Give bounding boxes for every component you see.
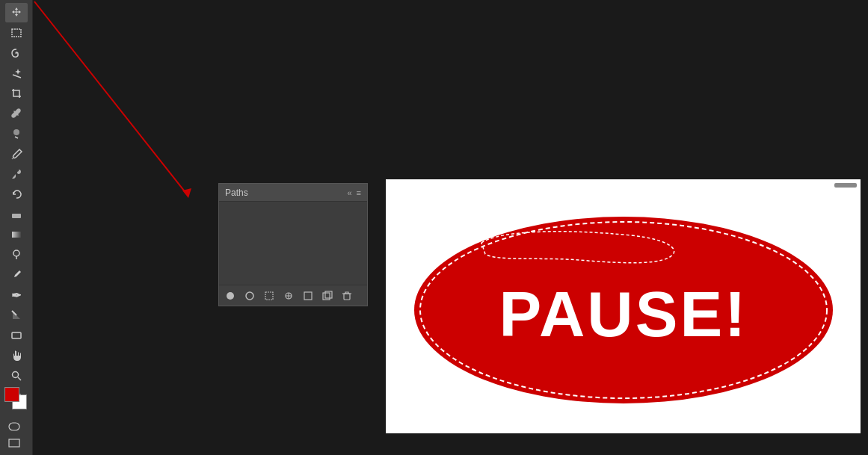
new-path-button[interactable] <box>300 288 316 303</box>
tool-magic-wand[interactable] <box>5 64 28 83</box>
tool-crop[interactable] <box>5 84 28 103</box>
foreground-color-swatch[interactable] <box>4 387 19 402</box>
svg-point-15 <box>227 292 234 300</box>
stroke-path-button[interactable] <box>241 288 258 303</box>
svg-rect-22 <box>323 293 330 300</box>
panel-header-icons: « ≡ <box>347 188 361 197</box>
svg-marker-11 <box>182 188 191 198</box>
svg-rect-8 <box>9 423 19 430</box>
scrollbar-horizontal[interactable] <box>834 183 857 188</box>
svg-rect-24 <box>344 294 350 300</box>
paths-panel-content <box>219 202 367 285</box>
path-to-selection-button[interactable] <box>280 288 297 303</box>
tool-shape[interactable] <box>5 326 28 345</box>
paths-panel-title: Paths <box>225 188 248 198</box>
delete-path-button[interactable] <box>339 288 355 303</box>
svg-rect-6 <box>12 332 21 338</box>
svg-text:PAUSE!: PAUSE! <box>499 279 748 350</box>
svg-rect-9 <box>9 439 19 447</box>
svg-rect-3 <box>12 214 21 218</box>
oval-svg: PAUSE! <box>407 209 840 411</box>
tool-lasso[interactable] <box>5 43 28 63</box>
svg-rect-21 <box>304 292 312 300</box>
tool-pen[interactable] <box>5 265 28 285</box>
tool-move[interactable] <box>5 3 28 22</box>
paths-panel-footer <box>219 285 367 306</box>
tool-history-brush[interactable] <box>5 185 28 204</box>
svg-rect-0 <box>12 29 21 37</box>
svg-rect-17 <box>265 292 273 300</box>
svg-line-1 <box>13 75 21 78</box>
color-swatches <box>4 387 31 414</box>
svg-line-10 <box>34 1 187 194</box>
extra-tool-icons <box>3 419 25 451</box>
tool-type[interactable]: ✒ <box>5 285 28 305</box>
panel-collapse-icon[interactable]: « <box>347 188 351 197</box>
tool-clone[interactable] <box>5 164 28 184</box>
tool-eraser[interactable] <box>5 205 28 224</box>
svg-point-16 <box>246 292 253 300</box>
svg-point-7 <box>12 372 18 378</box>
tool-dodge[interactable] <box>5 245 28 264</box>
svg-point-5 <box>13 250 19 256</box>
tool-path-select[interactable] <box>5 306 28 325</box>
tool-select-rect[interactable] <box>5 23 28 43</box>
panel-menu-icon[interactable]: ≡ <box>357 188 361 197</box>
svg-point-2 <box>13 129 19 135</box>
tool-gradient[interactable] <box>5 225 28 244</box>
tool-quick-mask[interactable] <box>3 419 25 434</box>
tool-screen-mode[interactable] <box>3 436 25 451</box>
oval-container: PAUSE! <box>401 202 846 418</box>
paths-panel-header: Paths « ≡ <box>219 184 367 202</box>
svg-rect-23 <box>325 291 332 298</box>
paths-panel: Paths « ≡ <box>218 183 368 306</box>
fill-path-button[interactable] <box>222 288 238 303</box>
toolbar: ✒ <box>0 0 33 455</box>
svg-rect-4 <box>12 232 21 238</box>
canvas-document: PAUSE! <box>386 179 861 433</box>
tool-spot-healing[interactable] <box>5 124 28 143</box>
tool-eyedropper[interactable] <box>5 104 28 123</box>
main-area: PAUSE! Paths « ≡ <box>33 0 868 455</box>
oval-sign: PAUSE! <box>407 209 840 411</box>
tool-brush[interactable] <box>5 144 28 164</box>
duplicate-path-button[interactable] <box>319 288 336 303</box>
tool-zoom[interactable] <box>5 366 28 386</box>
selection-to-path-button[interactable] <box>261 288 277 303</box>
tool-hand[interactable] <box>5 346 28 365</box>
